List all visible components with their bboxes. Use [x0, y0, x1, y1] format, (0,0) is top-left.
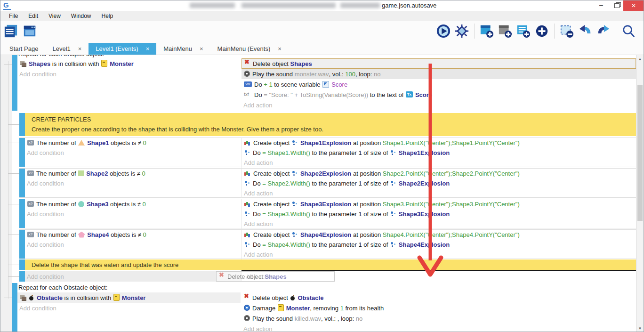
action-row[interactable]: Do = Shape3.Width() to the parameter 1 o… — [242, 209, 636, 219]
text-segment: = "Score: " + ToString(Variable(Score)) — [264, 91, 368, 98]
sub-event-bar[interactable] — [19, 230, 25, 259]
action-row[interactable]: Delete object Obstacle — [242, 292, 636, 303]
text-segment: to the parameter 1 of size of — [310, 211, 390, 218]
sub-event-bar[interactable] — [19, 271, 25, 282]
add-action-link[interactable]: Add action — [242, 324, 636, 332]
tab-close-icon[interactable]: × — [278, 45, 282, 52]
add-condition-link[interactable]: Add condition — [25, 240, 242, 250]
condition-row[interactable]: The number of Shape4 objects is ≠ 0 — [25, 230, 242, 240]
particles-icon — [390, 211, 396, 217]
add-condition-link[interactable]: Add condition — [25, 148, 242, 158]
add-condition-link[interactable]: Add condition — [25, 178, 242, 188]
menu-help[interactable]: Help — [97, 12, 118, 20]
tab-close-icon[interactable]: × — [78, 45, 82, 52]
add-comment-button[interactable] — [516, 24, 531, 39]
condition-row[interactable]: Obstacle is in collision with Monster — [17, 292, 241, 303]
redacted-title-text — [340, 3, 380, 8]
scroll-down-icon[interactable]: ▼ — [636, 326, 644, 331]
tree-connector-line — [8, 143, 19, 143]
event1-bar[interactable] — [12, 55, 17, 111]
condition-row[interactable]: Shapes is in collision with Monster — [17, 58, 241, 69]
vertical-scrollbar[interactable]: ▲ ▼ — [636, 55, 644, 332]
project-manager-button[interactable] — [3, 24, 18, 39]
add-action-link[interactable]: Add action — [242, 158, 636, 168]
add-condition-link[interactable]: Add condition — [25, 209, 242, 219]
action-row[interactable]: Create object Shape3Explosion at positio… — [242, 199, 636, 209]
condition-row[interactable]: The number of Shape1 objects is ≠ 0 — [25, 138, 242, 148]
action-row[interactable]: Do = "Score: " + ToString(Variable(Score… — [242, 89, 636, 100]
text-segment: at position — [351, 139, 383, 146]
add-action-link[interactable]: Add action — [242, 219, 636, 229]
tab-label: Start Page — [9, 45, 38, 52]
add-other-event-button[interactable] — [534, 24, 549, 39]
tab-mainmenu[interactable]: MainMenu× — [156, 43, 210, 55]
comment-block-delete-shape[interactable]: Delete the shape that was eaten and upda… — [19, 259, 636, 270]
undo-button[interactable] — [578, 24, 593, 39]
action-row[interactable]: Damage Monster, removing 1 from its heal… — [242, 303, 636, 313]
menu-view[interactable]: View — [44, 12, 65, 20]
add-circle-icon — [535, 24, 549, 38]
debug-button[interactable] — [454, 24, 469, 39]
action-row[interactable]: Do = Shape1.Width() to the parameter 1 o… — [242, 148, 636, 158]
close-button[interactable]: ✕ — [623, 0, 644, 11]
action-row[interactable]: Play the sound monster.wav, vol.: 100, l… — [242, 69, 636, 79]
menu-window[interactable]: Window — [66, 12, 96, 20]
condition-row[interactable]: The number of Shape3 objects is ≠ 0 — [25, 199, 242, 209]
action-row[interactable]: Do = Shape2.Width() to the parameter 1 o… — [242, 178, 636, 188]
sub-event-bar[interactable] — [19, 138, 25, 167]
tab-close-icon[interactable]: × — [200, 45, 203, 52]
event2-repeat-header[interactable]: Repeat for each Obstacle object: — [18, 284, 107, 291]
particles-icon — [390, 180, 396, 186]
action-row[interactable]: Create object Shape1Explosion at positio… — [242, 138, 636, 148]
text-segment: , vol.: — [329, 71, 346, 78]
add-condition-link[interactable]: Add condition — [25, 271, 242, 282]
sub-event-bar[interactable] — [19, 199, 25, 228]
run-button[interactable] — [436, 24, 451, 39]
condition-row[interactable]: The number of Shape2 objects is ≠ 0 — [25, 169, 242, 178]
text-segment: Create object — [253, 201, 291, 208]
title-bar: G game.json.autosave – ✕ — [0, 0, 644, 11]
tab-start-page[interactable]: Start Page — [2, 43, 45, 55]
delete-event-button[interactable] — [559, 24, 574, 39]
action-row[interactable]: Do = Shape4.Width() to the parameter 1 o… — [242, 240, 636, 250]
redo-button[interactable] — [596, 24, 611, 39]
add-action-link[interactable]: Add action — [242, 250, 636, 259]
scene-editor-button[interactable] — [22, 24, 37, 39]
menu-edit[interactable]: Edit — [24, 12, 43, 20]
search-button[interactable] — [621, 24, 636, 39]
event1-repeat-header[interactable]: Repeat for each Shapes object: — [18, 55, 104, 57]
restore-button[interactable] — [610, 0, 623, 11]
numberof-icon — [27, 232, 34, 237]
toolbar — [0, 21, 644, 43]
action-row[interactable]: Create object Shape4Explosion at positio… — [242, 230, 636, 240]
text-segment: from its health — [344, 305, 384, 312]
project-manager-icon — [4, 24, 18, 38]
action-row[interactable]: Play the sound killed.wav, vol.: , loop:… — [242, 313, 636, 324]
action-row[interactable]: Create object Shape2Explosion at positio… — [242, 169, 636, 178]
sub-event-bar[interactable] — [19, 169, 25, 197]
tab-level1-events[interactable]: Level1 (Events)× — [89, 43, 156, 55]
text-segment: is in collision with — [63, 294, 113, 301]
event2-bar[interactable] — [12, 283, 17, 332]
minimize-button[interactable]: – — [595, 0, 608, 11]
action-row[interactable]: Do + 1 to scene variable Score — [242, 79, 636, 89]
action-row-selected[interactable]: Delete object Shapes — [242, 58, 636, 69]
add-condition-link[interactable]: Add condition — [17, 69, 241, 79]
comment-block-create-particles[interactable]: CREATE PARTICLES Create the proper one a… — [19, 113, 636, 136]
add-condition-link[interactable]: Add condition — [17, 303, 241, 313]
add-action-link[interactable]: Add action — [242, 188, 636, 198]
add-sub-event-button[interactable] — [498, 24, 513, 39]
event-gutter — [0, 55, 12, 332]
scroll-up-icon[interactable]: ▲ — [636, 57, 644, 61]
tab-mainmenu-events[interactable]: MainMenu (Events)× — [210, 43, 289, 55]
add-event-button[interactable] — [479, 24, 494, 39]
create-icon — [244, 170, 251, 176]
scrollbar-thumb[interactable] — [637, 85, 643, 221]
tab-close-icon[interactable]: × — [146, 45, 150, 52]
menu-file[interactable]: File — [4, 12, 23, 20]
text-segment: Shape4 — [87, 231, 109, 238]
text-segment: Do — [254, 81, 264, 88]
add-action-link[interactable]: Add action — [242, 100, 636, 110]
tab-level1[interactable]: Level1× — [45, 43, 89, 55]
text-segment: Shape4Explosion — [399, 241, 450, 248]
